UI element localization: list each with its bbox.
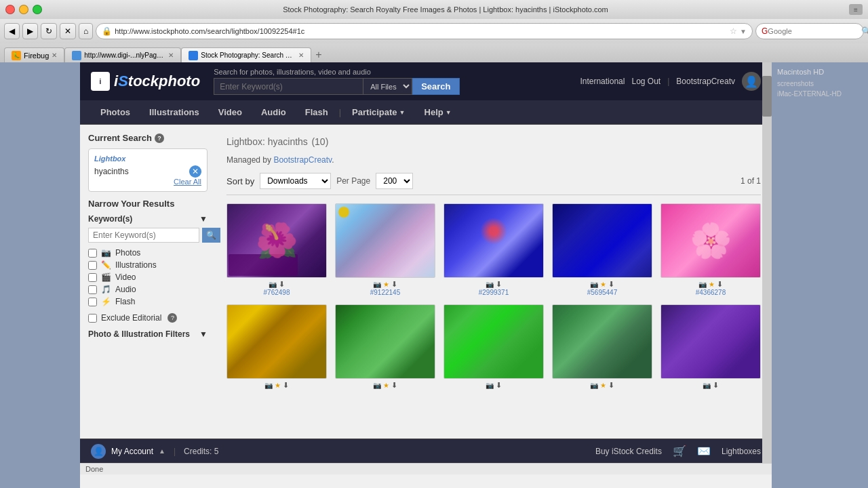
image-thumb-5[interactable] [660,203,761,278]
header-search-button[interactable]: Search [412,78,459,95]
image-thumb-3[interactable] [443,203,544,278]
logout-link[interactable]: Log Out [631,77,660,86]
image-id-3[interactable]: #2999371 [479,289,509,296]
editorial-info-icon[interactable]: ? [167,313,177,323]
keyword-filter-title[interactable]: Keyword(s) ▼ [88,214,208,224]
filter-flash-checkbox[interactable] [88,298,97,306]
maximize-button[interactable] [33,5,42,14]
filter-video-checkbox[interactable] [88,273,97,282]
minimize-button[interactable] [19,5,28,14]
download-icon-2: ⬇ [391,280,397,289]
filter-illustrations-checkbox[interactable] [88,261,97,270]
clear-all-link[interactable]: Clear All [94,178,201,186]
narrow-results-title: Narrow Your Results [88,199,208,209]
bookmark-icon[interactable]: ☆ [730,26,737,36]
address-bar[interactable]: 🔒 ☆ ▼ [96,23,753,39]
nav-video[interactable]: Video [209,100,252,124]
page-title: Lightbox: hyacinths (10) [226,133,328,148]
download-icon-8: ⬇ [496,381,502,390]
new-tab-button[interactable]: + [311,47,326,62]
close-button[interactable] [5,5,15,14]
filter-video[interactable]: 🎬 Video [88,272,208,282]
header-keyword-input[interactable] [214,78,363,95]
tab-js[interactable]: http://www.digi-...nlyPage.user.js ✕ [64,47,181,62]
lightbox-label: Lightbox [94,155,201,163]
image-id-1[interactable]: #762498 [264,289,290,296]
filter-audio-checkbox[interactable] [88,285,97,294]
window-controls[interactable] [5,5,42,14]
clear-lightbox-button[interactable]: ✕ [189,165,201,178]
tab-close-firebug[interactable]: ✕ [52,52,57,59]
image-thumb-1[interactable] [226,203,327,278]
scroll-thumb[interactable] [762,76,772,117]
image-id-4[interactable]: #5695447 [587,289,618,296]
file-type-select[interactable]: All Files [363,78,412,95]
scroll-track[interactable] [762,62,772,464]
image-cell-7: 📷 ★ ⬇ [335,304,435,390]
window-menu-button[interactable]: ≡ [849,4,863,15]
keyword-filter-input[interactable] [88,228,199,243]
exclude-editorial-checkbox[interactable] [88,314,97,323]
keyword-search-box: 🔍 [88,228,208,243]
home-button[interactable]: ⌂ [79,23,93,39]
image-thumb-2[interactable] [335,203,435,278]
filter-photos[interactable]: 📷 Photos [88,248,208,258]
image-cell-1: 📷 ⬇ #762498 [226,203,327,296]
address-input[interactable] [115,27,727,35]
tab-close-istock[interactable]: ✕ [298,52,304,59]
image-id-5[interactable]: #4366278 [696,289,726,296]
my-account-label: My Account [111,447,153,456]
account-area[interactable]: 👤 My Account ▲ | Credits: 5 [91,444,218,459]
nav-illustrations[interactable]: Illustrations [140,100,209,124]
keyword-filter-section: Keyword(s) ▼ 🔍 📷 Photos [88,214,208,306]
back-button[interactable]: ◀ [4,23,20,39]
image-meta-5: 📷 ★ ⬇ [698,280,723,289]
exclude-editorial-filter[interactable]: Exclude Editorial ? [88,313,208,323]
filter-flash[interactable]: ⚡ Flash [88,297,208,306]
nav-help[interactable]: Help ▼ [415,100,461,124]
username-label[interactable]: BootstrapCreatv [676,77,735,86]
search-go-icon[interactable]: 🔍 [861,26,868,36]
star-icon-7: ★ [383,382,389,389]
cart-icon[interactable]: 🛒 [673,445,686,458]
tab-istock[interactable]: Stock Photography: Search Roy... ✕ [181,47,311,62]
nav-audio[interactable]: Audio [252,100,296,124]
tab-close-js[interactable]: ✕ [168,52,174,59]
status-bar: Done [80,463,772,474]
nav-flash[interactable]: Flash [296,100,338,124]
filter-audio[interactable]: 🎵 Audio [88,285,208,294]
image-thumb-10[interactable] [660,304,761,379]
bottom-bar: 👤 My Account ▲ | Credits: 5 Buy iStock C… [80,439,772,463]
search-hint: Search for photos, illustrations, video … [214,68,566,76]
buy-credits-link[interactable]: Buy iStock Credits [595,447,662,456]
nav-participate[interactable]: Participate ▼ [342,100,414,124]
image-thumb-7[interactable] [335,304,435,379]
image-thumb-8[interactable] [443,304,544,379]
mail-icon[interactable]: ✉️ [697,445,711,458]
sort-select[interactable]: Downloads Newest Oldest Most Popular [260,173,331,189]
lightboxes-link[interactable]: Lightboxes [722,447,761,456]
user-avatar[interactable]: 👤 [742,72,761,91]
image-thumb-9[interactable] [552,304,652,379]
search-bar[interactable]: G 🔍 [755,23,864,39]
managed-by-link[interactable]: BootstrapCreatv [273,155,332,165]
tab-firebug[interactable]: 🐛 Firebug ✕ [4,47,64,62]
photo-filter-title[interactable]: Photo & Illustration Filters ▼ [88,329,208,339]
image-meta-2: 📷 ★ ⬇ [373,280,397,289]
image-thumb-4[interactable] [552,203,652,278]
stop-button[interactable]: ✕ [60,23,76,39]
refresh-button[interactable]: ↻ [41,23,57,39]
search-input[interactable] [768,27,861,35]
current-search-info-icon[interactable]: ? [155,134,164,143]
nav-photos[interactable]: Photos [91,100,140,124]
dropdown-icon[interactable]: ▼ [740,28,747,35]
image-thumb-6[interactable] [226,304,327,379]
filter-photos-checkbox[interactable] [88,249,97,258]
filter-illustrations[interactable]: ✏️ Illustrations [88,260,208,270]
locale-selector[interactable]: International [580,77,625,86]
logo-text[interactable]: iStockphoto [114,73,200,90]
sidebar: Current Search ? Lightbox hyacinths ✕ Cl… [80,125,216,439]
image-id-2[interactable]: #9122145 [370,289,401,296]
forward-button[interactable]: ▶ [22,23,38,39]
per-page-select[interactable]: 50 100 200 [376,173,413,189]
